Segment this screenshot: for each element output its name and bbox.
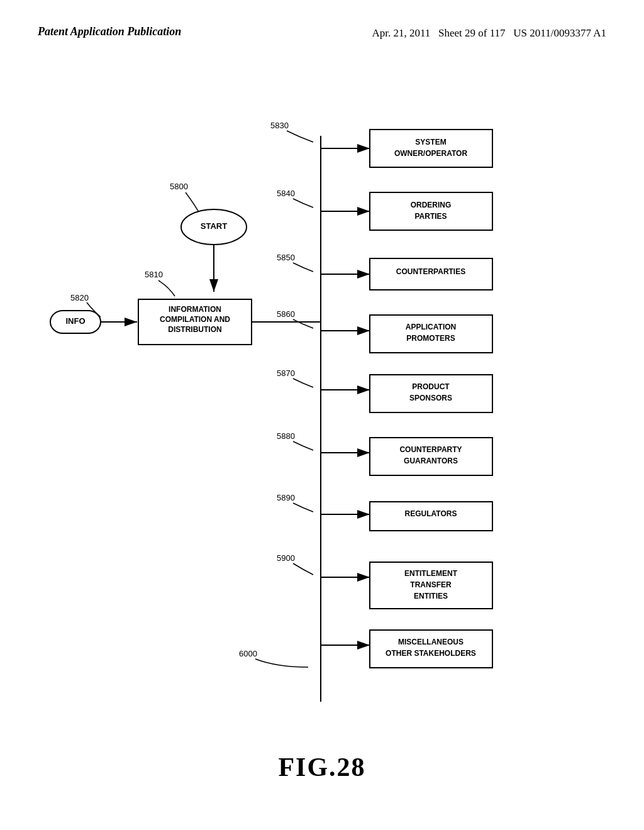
node-5830 — [370, 130, 492, 167]
page-header: Patent Application Publication Apr. 21, … — [0, 0, 644, 54]
label-5850: 5850 — [277, 253, 295, 262]
label-5860: 5860 — [277, 309, 295, 319]
icad-line3: DISTRIBUTION — [168, 325, 221, 334]
node-5880-line2: GUARANTORS — [404, 456, 458, 465]
node-5880-line1: COUNTERPARTY — [399, 445, 462, 454]
label-5800: 5800 — [170, 182, 188, 191]
node-5870-line2: SPONSORS — [409, 394, 452, 402]
sheet-info: Sheet 29 of 117 — [438, 27, 506, 39]
publication-title: Patent Application Publication — [38, 25, 181, 38]
label-5900: 5900 — [277, 553, 295, 563]
node-5850-text: COUNTERPARTIES — [396, 267, 465, 276]
icad-line2: COMPILATION AND — [160, 315, 230, 324]
diagram-svg: 5800 START 5820 INFO 5810 INFORMATION CO… — [0, 54, 644, 746]
node-5860-line1: APPLICATION — [406, 323, 456, 331]
node-5900-line3: ENTITIES — [414, 592, 448, 600]
node-5840 — [370, 192, 492, 230]
publication-info: Apr. 21, 2011 Sheet 29 of 117 US 2011/00… — [372, 25, 606, 42]
label-5820: 5820 — [70, 293, 89, 302]
diagram-area: 5800 START 5820 INFO 5810 INFORMATION CO… — [0, 54, 644, 746]
label-5890: 5890 — [277, 493, 295, 502]
node-5830-line1: SYSTEM — [415, 138, 446, 147]
label-5870: 5870 — [277, 368, 295, 378]
node-5840-line2: PARTIES — [414, 212, 447, 221]
label-5840: 5840 — [277, 189, 295, 198]
start-text: START — [201, 221, 227, 231]
node-6000-line1: MISCELLANEOUS — [398, 638, 464, 646]
info-text: INFO — [65, 316, 85, 326]
node-5890-text: REGULATORS — [405, 509, 457, 518]
node-5860-line2: PROMOTERS — [406, 334, 455, 343]
node-6000-line2: OTHER STAKEHOLDERS — [386, 649, 476, 658]
node-5900-line1: ENTITLEMENT — [404, 569, 458, 578]
figure-caption: FIG.28 — [0, 746, 644, 801]
icad-line1: INFORMATION — [169, 305, 221, 314]
label-5880: 5880 — [277, 431, 295, 441]
label-5810: 5810 — [145, 270, 163, 279]
node-5900-line2: TRANSFER — [410, 580, 452, 589]
pub-date: Apr. 21, 2011 — [372, 27, 430, 39]
node-5830-line2: OWNER/OPERATOR — [394, 149, 468, 158]
node-5840-line1: ORDERING — [411, 201, 452, 209]
label-6000: 6000 — [239, 649, 257, 658]
patent-number: US 2011/0093377 A1 — [513, 27, 606, 39]
node-5870-line1: PRODUCT — [412, 382, 450, 391]
label-5830: 5830 — [270, 121, 289, 130]
